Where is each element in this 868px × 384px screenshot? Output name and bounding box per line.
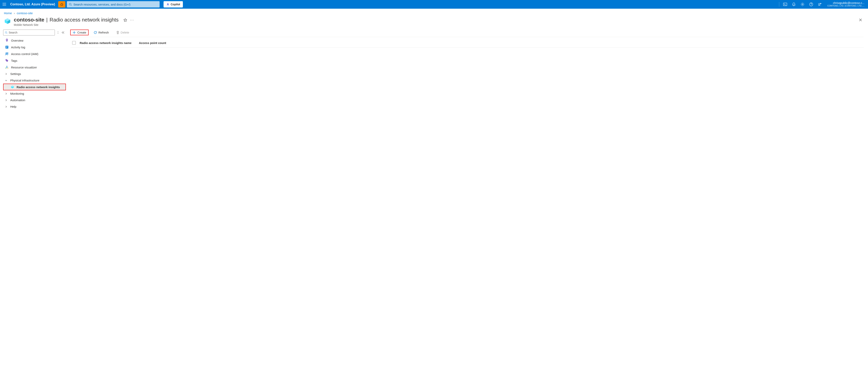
plus-icon xyxy=(72,31,76,34)
notifications-button[interactable] xyxy=(790,0,798,8)
copilot-button[interactable]: Copilot xyxy=(163,1,183,7)
page-title-blade: Radio access network insights xyxy=(50,17,119,23)
svg-rect-2 xyxy=(783,3,787,6)
feedback-button[interactable] xyxy=(816,0,824,8)
account-menu[interactable]: chrisqpublic@contoso.c... CONTOSO, LTD. … xyxy=(826,2,866,7)
column-name-header[interactable]: Radio access network insights name xyxy=(80,41,135,44)
svg-point-15 xyxy=(6,53,7,54)
copilot-label: Copilot xyxy=(170,3,180,6)
nav-label: Settings xyxy=(10,72,21,75)
collapse-menu-button[interactable] xyxy=(61,31,65,34)
overview-icon xyxy=(5,39,9,42)
copilot-icon xyxy=(166,3,169,6)
nav-label: Activity log xyxy=(11,45,25,49)
column-count-header[interactable]: Access point count xyxy=(139,41,862,44)
resource-menu: Overview Activity log Access control (IA… xyxy=(3,29,66,110)
nav-label: Overview xyxy=(11,39,24,42)
breadcrumb: Home › contoso-site xyxy=(0,9,868,16)
global-search-input[interactable] xyxy=(73,3,158,6)
nav-access-control[interactable]: Access control (IAM) xyxy=(3,51,66,57)
search-icon xyxy=(69,3,72,6)
bug-icon xyxy=(60,3,64,6)
cloud-shell-button[interactable] xyxy=(781,0,789,8)
menu-search-input[interactable] xyxy=(9,31,53,34)
nav-monitoring[interactable]: Monitoring xyxy=(3,90,66,97)
nav-label: Help xyxy=(10,105,17,108)
tags-icon xyxy=(5,59,9,62)
svg-point-9 xyxy=(5,32,7,33)
page-title-name: contoso-site xyxy=(14,17,44,23)
table-header: Radio access network insights name Acces… xyxy=(71,37,864,47)
select-all-checkbox[interactable] xyxy=(72,41,76,44)
activity-log-icon xyxy=(5,45,9,49)
delete-button: Delete xyxy=(115,30,131,35)
create-button[interactable]: Create xyxy=(71,30,88,35)
hamburger-icon xyxy=(3,3,6,6)
more-actions-button[interactable]: ··· xyxy=(130,18,134,22)
resource-subtype: Mobile Network Site xyxy=(14,23,119,26)
nav-radio-access-network-insights[interactable]: Radio access network insights xyxy=(3,84,66,90)
menu-search[interactable] xyxy=(3,30,55,35)
divider xyxy=(779,2,779,7)
page-header: contoso-site | Radio access network insi… xyxy=(0,16,868,29)
breadcrumb-home[interactable]: Home xyxy=(4,11,12,15)
nav-label: Resource visualizer xyxy=(11,66,37,69)
settings-button[interactable] xyxy=(799,0,806,8)
nav-label: Radio access network insights xyxy=(17,86,60,89)
command-bar: Create Refresh Delete xyxy=(71,29,864,37)
close-blade-button[interactable] xyxy=(857,18,864,22)
create-label: Create xyxy=(77,31,86,34)
favorite-button[interactable] xyxy=(123,18,127,22)
nav-label: Tags xyxy=(11,59,18,62)
chevron-right-icon xyxy=(5,73,8,75)
nav-overview[interactable]: Overview xyxy=(3,37,66,44)
nav-automation[interactable]: Automation xyxy=(3,97,66,103)
delete-label: Delete xyxy=(121,31,129,34)
nav-label: Automation xyxy=(10,98,25,102)
svg-point-17 xyxy=(6,60,6,60)
svg-point-10 xyxy=(6,39,7,40)
sort-icon xyxy=(57,31,59,34)
svg-point-1 xyxy=(69,3,71,5)
nav-label: Access control (IAM) xyxy=(11,52,38,56)
breadcrumb-resource[interactable]: contoso-site xyxy=(17,11,33,15)
expand-toggle[interactable] xyxy=(56,31,60,34)
nav-activity-log[interactable]: Activity log xyxy=(3,44,66,51)
svg-rect-13 xyxy=(6,47,8,47)
svg-rect-12 xyxy=(6,46,8,47)
nav-label: Physical infrastructure xyxy=(10,79,39,82)
refresh-icon xyxy=(94,31,97,34)
global-search[interactable] xyxy=(67,1,160,7)
account-tenant: CONTOSO, LTD. (CONTOSO, LTD..... xyxy=(827,4,864,7)
close-icon xyxy=(859,18,862,22)
feedback-icon xyxy=(818,2,822,6)
star-icon xyxy=(123,18,127,22)
preview-bug-button[interactable] xyxy=(58,1,65,7)
svg-point-18 xyxy=(6,66,7,67)
account-email: chrisqpublic@contoso.c... xyxy=(833,2,864,4)
nav-resource-visualizer[interactable]: Resource visualizer xyxy=(3,64,66,71)
nav-physical-infrastructure[interactable]: Physical infrastructure xyxy=(3,77,66,84)
help-icon xyxy=(809,2,813,6)
main-content: Create Refresh Delete Radio access netwo… xyxy=(66,29,868,110)
header-utilities xyxy=(778,0,824,8)
svg-point-16 xyxy=(7,53,8,54)
menu-toggle[interactable] xyxy=(2,2,7,7)
page-title: contoso-site | Radio access network insi… xyxy=(14,17,119,23)
chevron-double-left-icon xyxy=(62,31,65,34)
hexagon-icon xyxy=(11,85,14,89)
visualizer-icon xyxy=(5,65,9,69)
search-icon xyxy=(5,31,7,34)
nav-label: Monitoring xyxy=(10,92,24,95)
trash-icon xyxy=(116,31,119,34)
nav-settings[interactable]: Settings xyxy=(3,71,66,77)
nav-help[interactable]: Help xyxy=(3,103,66,110)
portal-brand[interactable]: Contoso, Ltd. Azure (Preview) xyxy=(10,3,55,6)
chevron-right-icon xyxy=(5,106,8,108)
cloud-shell-icon xyxy=(783,3,787,6)
gear-icon xyxy=(801,2,804,6)
global-header: Contoso, Ltd. Azure (Preview) Copilot ch… xyxy=(0,0,868,9)
help-button[interactable] xyxy=(807,0,815,8)
nav-tags[interactable]: Tags xyxy=(3,57,66,64)
refresh-button[interactable]: Refresh xyxy=(92,30,111,35)
